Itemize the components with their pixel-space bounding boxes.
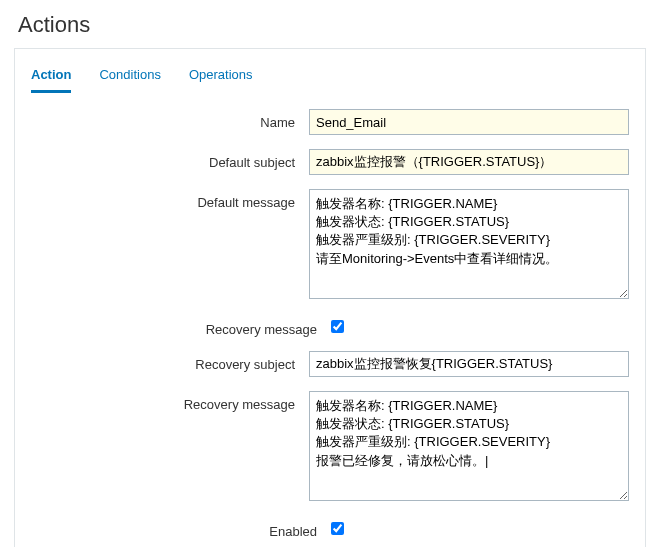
recovery-subject-label: Recovery subject — [31, 351, 309, 372]
recovery-subject-input[interactable] — [309, 351, 629, 377]
recovery-message-textarea[interactable] — [309, 391, 629, 501]
tab-conditions[interactable]: Conditions — [99, 63, 160, 93]
default-subject-input[interactable] — [309, 149, 629, 175]
recovery-message-checkbox[interactable] — [331, 320, 344, 333]
enabled-label: Enabled — [31, 518, 331, 539]
default-message-label: Default message — [31, 189, 309, 210]
recovery-message-cb-label: Recovery message — [31, 316, 331, 337]
default-subject-label: Default subject — [31, 149, 309, 170]
default-message-textarea[interactable] — [309, 189, 629, 299]
recovery-message-label: Recovery message — [31, 391, 309, 412]
name-input[interactable] — [309, 109, 629, 135]
tabs: Action Conditions Operations — [31, 63, 629, 93]
form-panel: Action Conditions Operations Name Defaul… — [14, 48, 646, 547]
enabled-checkbox[interactable] — [331, 522, 344, 535]
tab-operations[interactable]: Operations — [189, 63, 253, 93]
tab-action[interactable]: Action — [31, 63, 71, 93]
page-title: Actions — [0, 0, 660, 48]
name-label: Name — [31, 109, 309, 130]
